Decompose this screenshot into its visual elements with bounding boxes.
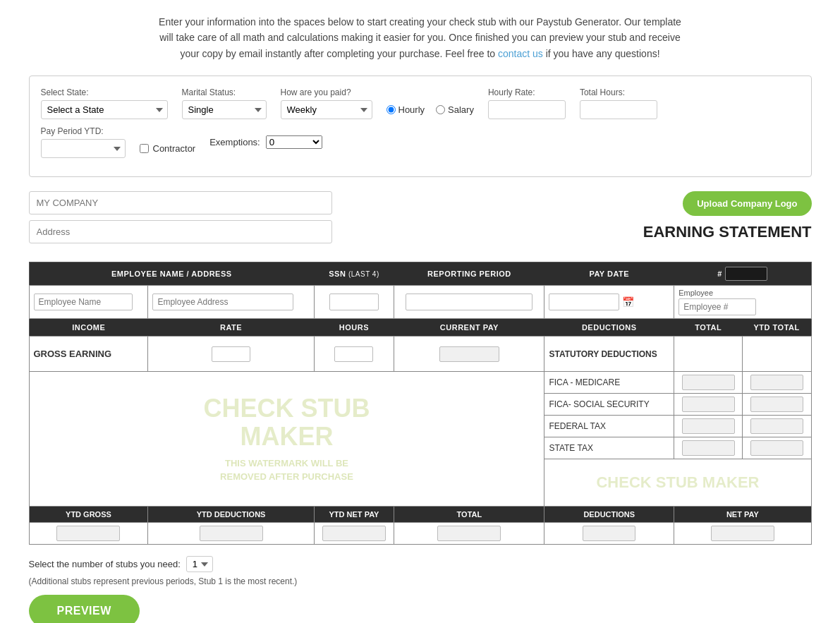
ytd-total-col-header: YTD TOTAL — [743, 319, 811, 337]
ssn-cell: XXXX — [314, 286, 394, 319]
stub-number-input[interactable]: 1234 — [725, 267, 767, 281]
contact-us-link[interactable]: contact us — [498, 48, 543, 59]
fica-medicare-total-cell: 5.80 — [674, 372, 743, 394]
ssn-input[interactable]: XXXX — [329, 294, 379, 310]
ytd-gross-header: YTD GROSS — [29, 507, 148, 523]
pay-period-select[interactable] — [41, 139, 126, 158]
emp-addr-cell — [148, 286, 314, 319]
payment-select[interactable]: WeeklyBi-WeeklySemi-MonthlyMonthly — [281, 100, 372, 119]
pay-period-label: Pay Period YTD: — [41, 126, 126, 136]
employee-number-input[interactable] — [678, 298, 756, 315]
federal-tax-ytd-cell: 225.50 — [743, 416, 811, 437]
ytd-gross-input[interactable]: 2000.00 — [56, 526, 120, 541]
preview-button[interactable]: PREVIEW — [29, 595, 140, 623]
state-group: Select State: Select a State AlabamaAlas… — [41, 87, 168, 119]
state-select[interactable]: Select a State AlabamaAlaskaArizona Cali… — [41, 100, 168, 119]
total-hours-group: Total Hours: 40 — [580, 87, 657, 119]
hourly-radio[interactable] — [386, 105, 396, 114]
state-tax-ytd-input[interactable]: 0.00 — [750, 440, 803, 456]
hours-col-header: HOURS — [314, 319, 394, 337]
employee-address-input[interactable] — [152, 294, 293, 310]
company-address-input[interactable] — [29, 220, 332, 243]
fica-medicare-total-input[interactable]: 5.80 — [682, 375, 735, 390]
deductions-input[interactable]: 75.10 — [583, 526, 635, 541]
ytd-net-pay-header: YTD NET PAY — [314, 507, 394, 523]
total-input[interactable]: 400.00 — [437, 526, 501, 541]
ytd-deductions-header: YTD DEDUCTIONS — [148, 507, 314, 523]
pay-type-group: Hourly Salary — [386, 104, 474, 115]
marital-group: Marital Status: SingleMarriedMarried, bu… — [182, 87, 267, 119]
federal-tax-ytd-input[interactable]: 225.50 — [750, 418, 803, 434]
salary-radio-label[interactable]: Salary — [436, 104, 474, 115]
ytd-deductions-input[interactable]: 375.50 — [200, 526, 263, 541]
net-pay-input[interactable]: 324.90 — [711, 526, 774, 541]
deductions-col-header: DEDUCTIONS — [544, 319, 674, 337]
fica-medicare-row: CHECK STUB MAKER THIS WATERMARK WILL BE … — [29, 372, 811, 394]
marital-label: Marital Status: — [182, 87, 267, 97]
salary-radio[interactable] — [436, 105, 445, 114]
company-name-input[interactable] — [29, 191, 332, 214]
fica-social-ytd-input[interactable]: 124.00 — [750, 397, 803, 412]
state-tax-total-cell: 0.00 — [674, 437, 743, 459]
calendar-icon[interactable]: 📅 — [622, 296, 634, 308]
right-watermark-text: CHECK STUB MAKER — [559, 473, 796, 492]
payment-group: How are you paid? WeeklyBi-WeeklySemi-Mo… — [281, 87, 372, 119]
state-tax-label: STATE TAX — [544, 437, 674, 459]
period-input[interactable]: 09/22/2023 - 09/28/2023 — [406, 294, 532, 310]
company-section — [29, 191, 332, 249]
pay-date-header: PAY DATE — [544, 262, 674, 286]
stub-table: EMPLOYEE NAME / ADDRESS SSN (LAST 4) REP… — [29, 262, 812, 545]
ytd-gross-value-cell: 2000.00 — [29, 523, 148, 545]
watermark-cell: CHECK STUB MAKER THIS WATERMARK WILL BE … — [29, 372, 544, 507]
federal-tax-label: FEDERAL TAX — [544, 416, 674, 437]
state-label: Select State: — [41, 87, 168, 97]
bottom-section: Select the number of stubs you need: 123… — [29, 556, 812, 623]
gross-rate-cell: 10 — [148, 337, 314, 372]
fica-medicare-ytd-cell: 29.00 — [743, 372, 811, 394]
stubs-count-select[interactable]: 12345 — [186, 556, 213, 572]
gross-pay-cell: 400.00 — [394, 337, 544, 372]
pay-period-group: Pay Period YTD: — [41, 126, 126, 158]
fica-medicare-ytd-input[interactable]: 29.00 — [750, 375, 803, 390]
federal-tax-total-input[interactable]: 44.50 — [682, 418, 735, 434]
statutory-total-cell — [674, 337, 743, 372]
reporting-period-header: REPORTING PERIOD — [394, 262, 544, 286]
table-data-row1: XXXX 09/22/2023 - 09/28/2023 09/29/2023 … — [29, 286, 811, 319]
watermark-overlay: CHECK STUB MAKER THIS WATERMARK WILL BE … — [203, 394, 370, 483]
total-hours-label: Total Hours: — [580, 87, 657, 97]
ytd-net-pay-input[interactable]: 1624.50 — [322, 526, 386, 541]
fica-social-total-cell: 24.80 — [674, 394, 743, 416]
watermark-text-line1: CHECK STUB MAKER — [203, 394, 370, 450]
stubs-selector-row: Select the number of stubs you need: 123… — [29, 556, 812, 572]
gross-hours-input[interactable]: 40 — [334, 346, 373, 362]
gross-earning-row: GROSS EARNING 10 40 400.00 STATUTORY DED… — [29, 337, 811, 372]
gross-pay-input[interactable]: 400.00 — [439, 346, 499, 362]
hourly-rate-input[interactable]: 10 — [488, 100, 566, 119]
statutory-deductions-cell: STATUTORY DEDUCTIONS — [544, 337, 674, 372]
rate-col-header: RATE — [148, 319, 314, 337]
paydate-cell: 09/29/2023 📅 — [544, 286, 674, 319]
earning-statement-title: EARNING STATEMENT — [643, 223, 812, 241]
company-header-row: Upload Company Logo EARNING STATEMENT — [29, 191, 812, 256]
table-header-row1: EMPLOYEE NAME / ADDRESS SSN (LAST 4) REP… — [29, 262, 811, 286]
upload-logo-button[interactable]: Upload Company Logo — [683, 191, 811, 216]
intro-paragraph: Enter your information into the spaces b… — [29, 14, 812, 61]
total-header: TOTAL — [394, 507, 544, 523]
net-pay-value-cell: 324.90 — [674, 523, 811, 545]
ytd-deductions-value-cell: 375.50 — [148, 523, 314, 545]
income-deductions-header: INCOME RATE HOURS CURRENT PAY DEDUCTIONS… — [29, 319, 811, 337]
contractor-checkbox[interactable] — [140, 144, 149, 153]
gross-hours-cell: 40 — [314, 337, 394, 372]
state-tax-total-input[interactable]: 0.00 — [682, 440, 735, 456]
income-col-header: INCOME — [29, 319, 148, 337]
paydate-input[interactable]: 09/29/2023 — [549, 294, 619, 310]
fica-social-label: FICA- SOCIAL SECURITY — [544, 394, 674, 416]
employee-name-input[interactable] — [34, 294, 133, 310]
total-hours-input[interactable]: 40 — [580, 100, 657, 119]
marital-select[interactable]: SingleMarriedMarried, but withhold at hi… — [182, 100, 267, 119]
gross-rate-input[interactable]: 10 — [212, 346, 250, 362]
hourly-rate-group: Hourly Rate: 10 — [488, 87, 566, 119]
exemptions-select[interactable]: 01234 5678910 — [266, 135, 322, 149]
hourly-radio-label[interactable]: Hourly — [386, 104, 425, 115]
fica-social-total-input[interactable]: 24.80 — [682, 397, 735, 412]
